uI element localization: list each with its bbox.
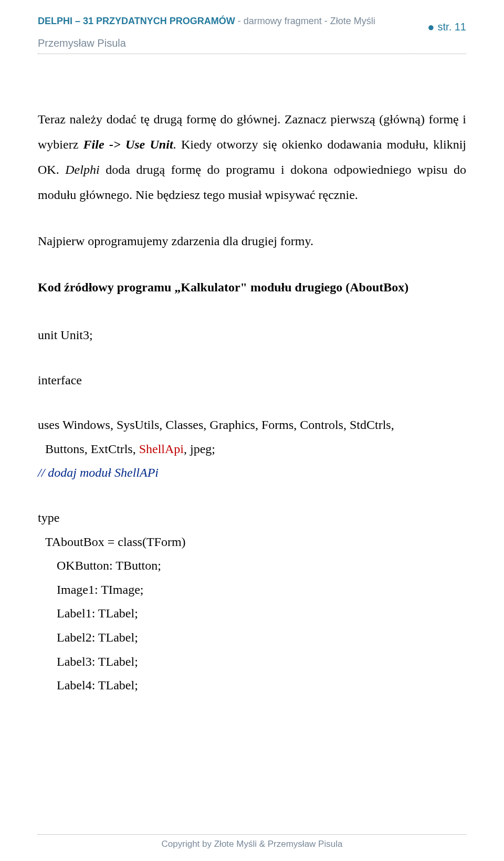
spacer <box>38 485 466 506</box>
para1-file-use-unit: File -> Use Unit <box>83 138 173 151</box>
page-number-text: str. 11 <box>438 21 466 33</box>
page-header: DELPHI – 31 PRZYDATNYCH PROGRAMÓW - darm… <box>38 16 466 54</box>
code-m1: OKButton: TButton; <box>38 554 466 578</box>
code-shellapi: ShellApi <box>139 442 184 456</box>
header-title: DELPHI – 31 PRZYDATNYCH PROGRAMÓW - darm… <box>38 16 375 27</box>
code-class: TAboutBox = class(TForm) <box>38 530 466 554</box>
code-m6: Label4: TLabel; <box>38 674 466 698</box>
page: DELPHI – 31 PRZYDATNYCH PROGRAMÓW - darm… <box>0 0 504 861</box>
page-footer: Copyright by Złote Myśli & Przemysław Pi… <box>38 834 466 849</box>
code-m4: Label2: TLabel; <box>38 626 466 650</box>
code-heading: Kod źródłowy programu „Kalkulator" moduł… <box>38 275 466 300</box>
para1-delphi: Delphi <box>65 163 106 176</box>
paragraph-1: Teraz należy dodać tę drugą formę do głó… <box>38 107 466 207</box>
code-uses-line2: Buttons, ExtCtrls, ShellApi, jpeg; <box>38 437 466 461</box>
code-uses-line2a: Buttons, ExtCtrls, <box>45 442 139 456</box>
code-uses-block: uses Windows, SysUtils, Classes, Graphic… <box>38 413 466 485</box>
code-type: type <box>38 506 466 530</box>
code-comment: // dodaj moduł ShellAPi <box>38 461 466 485</box>
page-number: ● str. 11 <box>427 16 466 33</box>
paragraph-2: Najpierw oprogramujemy zdarzenia dla dru… <box>38 228 466 254</box>
code-unit: unit Unit3; <box>38 323 466 348</box>
header-title-bold: DELPHI – 31 PRZYDATNYCH PROGRAMÓW <box>38 16 235 26</box>
code-m2: Image1: TImage; <box>38 578 466 602</box>
header-row: DELPHI – 31 PRZYDATNYCH PROGRAMÓW - darm… <box>38 16 466 33</box>
code-uses-line2b: , jpeg; <box>184 442 215 456</box>
code-interface: interface <box>38 369 466 393</box>
header-title-rest: - darmowy fragment - Złote Myśli <box>235 16 375 26</box>
header-author: Przemysław Pisula <box>38 37 466 49</box>
bullet-icon: ● <box>427 22 434 33</box>
code-m5: Label3: TLabel; <box>38 650 466 674</box>
code-uses-line1: uses Windows, SysUtils, Classes, Graphic… <box>38 413 466 437</box>
code-type-block: type TAboutBox = class(TForm) OKButton: … <box>38 506 466 698</box>
code-m3: Label1: TLabel; <box>38 602 466 626</box>
